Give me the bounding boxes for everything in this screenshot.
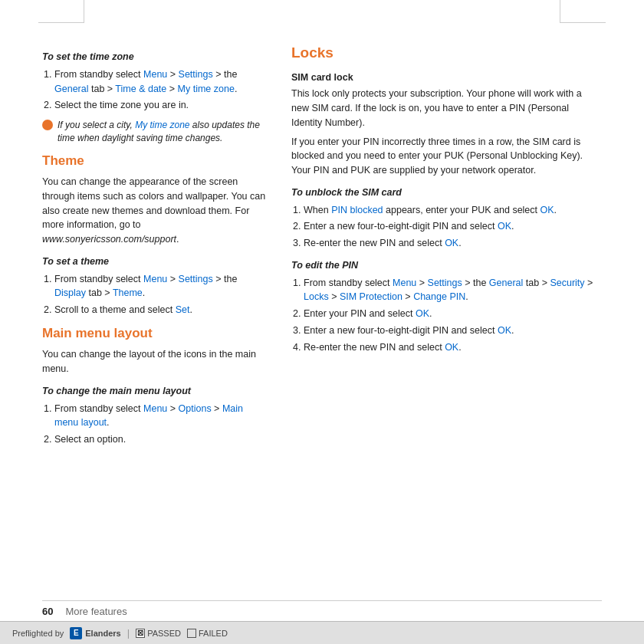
failed-checkbox-icon xyxy=(187,629,196,638)
theme-description: You can change the appearance of the scr… xyxy=(42,175,268,247)
link-security: Security xyxy=(550,278,584,288)
unblock-step-1: When PIN blocked appears, enter your PUK… xyxy=(304,203,602,218)
link-menu-2: Menu xyxy=(143,274,167,284)
link-display: Display xyxy=(54,288,86,298)
change-layout-heading: To change the main menu layout xyxy=(42,384,268,399)
page-wrapper: To set the time zone From standby select… xyxy=(0,0,644,644)
note-bullet-icon xyxy=(42,120,53,130)
failed-label: FAILED xyxy=(199,629,228,638)
edit-pin-step-4: Re-enter the new PIN and select OK. xyxy=(304,340,602,355)
edit-pin-section: To edit the PIN From standby select Menu… xyxy=(291,258,602,355)
link-set: Set xyxy=(176,304,190,315)
link-change-pin: Change PIN xyxy=(413,291,465,302)
sim-card-lock-para-2: If you enter your PIN incorrectly three … xyxy=(291,135,602,178)
unblock-step-2: Enter a new four-to-eight-digit PIN and … xyxy=(304,219,602,234)
link-pin-blocked: PIN blocked xyxy=(331,205,383,215)
failed-badge: FAILED xyxy=(187,629,228,638)
change-layout-step-2: Select an option. xyxy=(54,432,268,447)
link-general-1: General xyxy=(54,84,88,94)
note-item: If you select a city, My time zone also … xyxy=(42,119,268,145)
theme-heading: Theme xyxy=(42,151,268,171)
main-menu-description: You can change the layout of the icons i… xyxy=(42,347,268,376)
link-theme: Theme xyxy=(113,288,143,298)
page-number: 60 xyxy=(42,606,53,617)
link-ok-6: OK xyxy=(445,342,458,353)
change-layout-step-1: From standby select Menu > Options > Mai… xyxy=(54,402,268,431)
right-column: Locks SIM card lock This lock only prote… xyxy=(291,42,602,575)
link-locks: Locks xyxy=(304,291,329,302)
link-ok-2: OK xyxy=(498,221,511,232)
link-ok-5: OK xyxy=(498,325,511,336)
passed-label: PASSED xyxy=(147,629,181,638)
unblock-sim-section: To unblock the SIM card When PIN blocked… xyxy=(291,186,602,251)
time-zone-steps: From standby select Menu > Settings > th… xyxy=(42,67,268,113)
link-mytimezone-note: My time zone xyxy=(135,120,189,130)
change-layout-steps: From standby select Menu > Options > Mai… xyxy=(42,402,268,447)
edit-pin-step-1: From standby select Menu > Settings > th… xyxy=(304,276,602,305)
preflighted-label: Preflighted by xyxy=(12,629,64,638)
link-ok-3: OK xyxy=(445,238,458,248)
left-column: To set the time zone From standby select… xyxy=(42,42,268,575)
elanders-logo: E Elanders xyxy=(70,627,120,639)
set-theme-heading: To set a theme xyxy=(42,255,268,269)
footer-area: 60 More features xyxy=(42,600,602,617)
fold-top-right xyxy=(560,0,606,23)
locks-heading: Locks xyxy=(291,42,602,64)
link-general-2: General xyxy=(489,278,523,288)
elanders-name: Elanders xyxy=(85,629,120,638)
time-zone-step-2: Select the time zone you are in. xyxy=(54,98,268,113)
sim-card-lock-para-1: This lock only protects your subscriptio… xyxy=(291,87,602,130)
separator-1: | xyxy=(127,627,130,639)
content-area: To set the time zone From standby select… xyxy=(42,42,602,575)
bottom-bar: Preflighted by E Elanders | ☒ PASSED FAI… xyxy=(0,621,644,644)
link-options: Options xyxy=(179,403,212,414)
link-settings-2: Settings xyxy=(179,274,213,284)
link-menu-3: Menu xyxy=(143,403,167,414)
link-settings-3: Settings xyxy=(428,278,462,288)
sim-card-lock-section: SIM card lock This lock only protects yo… xyxy=(291,71,602,178)
link-settings-1: Settings xyxy=(179,69,213,80)
time-zone-heading: To set the time zone xyxy=(42,50,268,64)
link-menu-1: Menu xyxy=(143,69,167,80)
link-timedate: Time & date xyxy=(115,84,166,94)
elanders-e-icon: E xyxy=(70,627,82,639)
time-zone-step-1: From standby select Menu > Settings > th… xyxy=(54,67,268,97)
set-theme-step-1: From standby select Menu > Settings > th… xyxy=(54,272,268,301)
edit-pin-heading: To edit the PIN xyxy=(291,258,602,273)
link-ok-4: OK xyxy=(416,308,429,319)
passed-badge: ☒ PASSED xyxy=(136,629,181,638)
passed-checkbox-icon: ☒ xyxy=(136,629,145,638)
fold-top-left xyxy=(38,0,84,23)
checkmark-icon: ☒ xyxy=(137,629,143,637)
link-menu-4: Menu xyxy=(393,278,416,288)
main-menu-heading: Main menu layout xyxy=(42,324,268,343)
unblock-sim-steps: When PIN blocked appears, enter your PUK… xyxy=(291,203,602,251)
link-ok-1: OK xyxy=(540,205,554,215)
edit-pin-step-2: Enter your PIN and select OK. xyxy=(304,307,602,321)
link-mytimezone-1: My time zone xyxy=(178,84,235,94)
note-text: If you select a city, My time zone also … xyxy=(58,119,268,145)
unblock-sim-heading: To unblock the SIM card xyxy=(291,186,602,200)
edit-pin-steps: From standby select Menu > Settings > th… xyxy=(291,276,602,355)
set-theme-step-2: Scroll to a theme and select Set. xyxy=(54,303,268,317)
set-theme-steps: From standby select Menu > Settings > th… xyxy=(42,272,268,317)
main-menu-section: Main menu layout You can change the layo… xyxy=(42,324,268,447)
theme-section: Theme You can change the appearance of t… xyxy=(42,151,268,317)
link-sim-protection: SIM Protection xyxy=(340,291,402,302)
unblock-step-3: Re-enter the new PIN and select OK. xyxy=(304,236,602,251)
footer-label: More features xyxy=(65,606,127,617)
sim-card-lock-heading: SIM card lock xyxy=(291,71,602,85)
time-zone-section: To set the time zone From standby select… xyxy=(42,50,268,145)
edit-pin-step-3: Enter a new four-to-eight-digit PIN and … xyxy=(304,324,602,338)
